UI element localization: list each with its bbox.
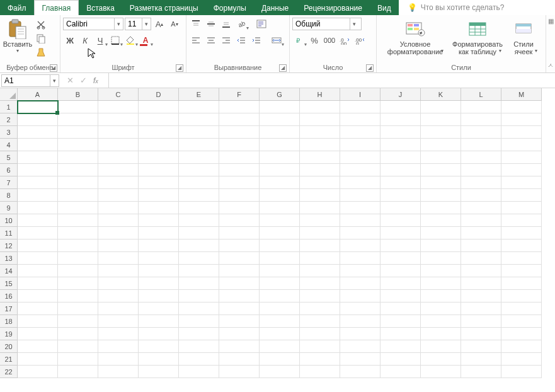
cell[interactable] — [18, 126, 58, 139]
cell[interactable] — [179, 139, 219, 151]
cell[interactable] — [98, 227, 139, 239]
cell[interactable] — [98, 366, 139, 378]
cell[interactable] — [18, 101, 58, 113]
cell[interactable] — [300, 303, 340, 315]
cell[interactable] — [380, 214, 421, 227]
cell[interactable] — [380, 176, 421, 189]
cell[interactable] — [300, 214, 340, 227]
cell[interactable] — [421, 366, 461, 378]
cell[interactable] — [340, 176, 380, 189]
cell[interactable] — [58, 353, 98, 366]
paste-button[interactable]: Вставить ▾ — [3, 18, 33, 54]
cell[interactable] — [219, 303, 260, 315]
cell[interactable] — [58, 164, 98, 176]
cell[interactable] — [219, 252, 260, 265]
cell[interactable] — [260, 164, 300, 176]
row-header[interactable]: 1 — [0, 101, 18, 113]
select-all-corner[interactable] — [0, 88, 18, 101]
cell[interactable] — [461, 328, 501, 340]
cell[interactable] — [461, 366, 501, 378]
increase-font-button[interactable]: A▴ — [152, 18, 166, 30]
cell[interactable] — [58, 252, 98, 265]
cut-button[interactable] — [35, 19, 47, 30]
conditional-formatting-button[interactable]: ≠ Условное форматирование ▾ — [382, 18, 448, 54]
column-header[interactable]: H — [300, 88, 340, 101]
cell[interactable] — [219, 189, 260, 202]
cell[interactable] — [98, 189, 139, 202]
dropdown-icon[interactable]: ▾ — [50, 75, 59, 86]
cell[interactable] — [501, 151, 542, 164]
cell[interactable] — [501, 126, 542, 139]
cell[interactable] — [501, 277, 542, 290]
cell[interactable] — [58, 202, 98, 214]
cell[interactable] — [501, 328, 542, 340]
cell[interactable] — [340, 290, 380, 303]
cell[interactable] — [98, 164, 139, 176]
cell[interactable] — [219, 214, 260, 227]
cell[interactable] — [179, 328, 219, 340]
cell[interactable] — [421, 353, 461, 366]
column-header[interactable]: I — [340, 88, 380, 101]
cell[interactable] — [179, 227, 219, 239]
cell-styles-button[interactable]: Стили ячеек ▾ — [507, 18, 540, 54]
cell[interactable] — [58, 151, 98, 164]
number-launcher[interactable]: ◢ — [366, 64, 374, 72]
cell[interactable] — [179, 126, 219, 139]
cell[interactable] — [18, 214, 58, 227]
cell[interactable] — [98, 303, 139, 315]
cell[interactable] — [179, 353, 219, 366]
cell[interactable] — [179, 214, 219, 227]
cell[interactable] — [380, 265, 421, 277]
align-middle-button[interactable] — [204, 18, 218, 30]
alignment-launcher[interactable]: ◢ — [279, 64, 287, 72]
cell[interactable] — [421, 315, 461, 328]
decrease-font-button[interactable]: A▾ — [168, 18, 181, 30]
cell[interactable] — [260, 239, 300, 252]
cell[interactable] — [58, 239, 98, 252]
cell[interactable] — [380, 151, 421, 164]
cell[interactable] — [380, 252, 421, 265]
cell[interactable] — [58, 126, 98, 139]
cell[interactable] — [139, 151, 179, 164]
cell[interactable] — [139, 328, 179, 340]
cell[interactable] — [461, 315, 501, 328]
cell[interactable] — [501, 366, 542, 378]
cell[interactable] — [58, 214, 98, 227]
row-header[interactable]: 10 — [0, 214, 18, 227]
cell[interactable] — [98, 252, 139, 265]
cell[interactable] — [18, 164, 58, 176]
name-box[interactable]: ▾ — [1, 74, 59, 87]
cell[interactable] — [179, 164, 219, 176]
cell[interactable] — [139, 340, 179, 353]
cell[interactable] — [380, 164, 421, 176]
bold-button[interactable]: Ж — [63, 34, 77, 47]
cell[interactable] — [300, 353, 340, 366]
cell[interactable] — [380, 340, 421, 353]
cell[interactable] — [179, 277, 219, 290]
cell[interactable] — [300, 164, 340, 176]
decrease-indent-button[interactable] — [234, 34, 248, 47]
ribbon-options-icon[interactable]: ▦ — [548, 18, 554, 25]
cell[interactable] — [340, 202, 380, 214]
column-header[interactable]: M — [501, 88, 542, 101]
cell[interactable] — [421, 303, 461, 315]
cell[interactable] — [300, 328, 340, 340]
cell[interactable] — [179, 265, 219, 277]
cell[interactable] — [139, 126, 179, 139]
cell[interactable] — [139, 290, 179, 303]
font-family-combo[interactable]: ▾ — [63, 18, 123, 30]
cell[interactable] — [340, 227, 380, 239]
underline-button[interactable]: Ч — [93, 34, 107, 47]
cell[interactable] — [421, 290, 461, 303]
font-launcher[interactable]: ◢ — [176, 64, 183, 72]
cell[interactable] — [340, 164, 380, 176]
cell[interactable] — [501, 113, 542, 126]
cell[interactable] — [139, 303, 179, 315]
cell[interactable] — [421, 202, 461, 214]
cell[interactable] — [139, 227, 179, 239]
cell[interactable] — [58, 315, 98, 328]
cell[interactable] — [380, 189, 421, 202]
cell[interactable] — [179, 366, 219, 378]
cell[interactable] — [501, 202, 542, 214]
cells-area[interactable] — [18, 101, 555, 392]
